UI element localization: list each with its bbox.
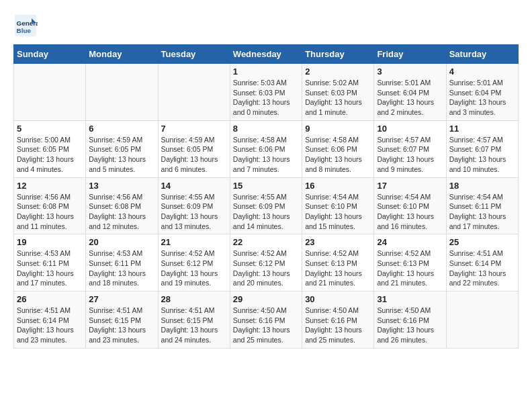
- calendar-cell: 18Sunrise: 4:54 AMSunset: 6:11 PMDayligh…: [446, 177, 518, 234]
- calendar-cell: 10Sunrise: 4:57 AMSunset: 6:07 PMDayligh…: [374, 120, 446, 177]
- day-info: Sunrise: 5:00 AMSunset: 6:05 PMDaylight:…: [17, 135, 83, 175]
- calendar-cell: 30Sunrise: 4:50 AMSunset: 6:16 PMDayligh…: [302, 291, 374, 349]
- day-info: Sunrise: 4:54 AMSunset: 6:11 PMDaylight:…: [449, 192, 515, 232]
- header-saturday: Saturday: [446, 45, 518, 64]
- day-number: 4: [449, 66, 515, 77]
- day-number: 19: [17, 237, 83, 247]
- day-number: 24: [377, 237, 443, 247]
- calendar-cell: 1Sunrise: 5:03 AMSunset: 6:03 PMDaylight…: [230, 64, 302, 121]
- day-number: 30: [305, 294, 371, 304]
- day-info: Sunrise: 4:55 AMSunset: 6:09 PMDaylight:…: [161, 192, 227, 232]
- calendar-cell: 3Sunrise: 5:01 AMSunset: 6:04 PMDaylight…: [374, 64, 446, 121]
- calendar-cell: 21Sunrise: 4:52 AMSunset: 6:12 PMDayligh…: [158, 234, 230, 291]
- day-info: Sunrise: 4:50 AMSunset: 6:16 PMDaylight:…: [305, 306, 371, 345]
- day-info: Sunrise: 4:54 AMSunset: 6:10 PMDaylight:…: [377, 192, 443, 232]
- day-info: Sunrise: 4:57 AMSunset: 6:07 PMDaylight:…: [449, 135, 515, 175]
- logo: General Blue: [13, 13, 40, 38]
- calendar-cell: 8Sunrise: 4:58 AMSunset: 6:06 PMDaylight…: [230, 120, 302, 177]
- calendar-cell: [446, 291, 518, 349]
- calendar-cell: 6Sunrise: 4:59 AMSunset: 6:05 PMDaylight…: [86, 120, 158, 177]
- day-number: 27: [89, 294, 154, 304]
- day-number: 28: [161, 294, 227, 304]
- calendar-cell: 28Sunrise: 4:51 AMSunset: 6:15 PMDayligh…: [158, 291, 230, 349]
- day-number: 23: [305, 237, 371, 247]
- calendar-cell: 7Sunrise: 4:59 AMSunset: 6:05 PMDaylight…: [158, 120, 230, 177]
- day-number: 1: [233, 66, 299, 77]
- day-number: 10: [377, 124, 443, 134]
- calendar-cell: 14Sunrise: 4:55 AMSunset: 6:09 PMDayligh…: [158, 177, 230, 234]
- calendar-cell: 12Sunrise: 4:56 AMSunset: 6:08 PMDayligh…: [14, 177, 86, 234]
- calendar-cell: 15Sunrise: 4:55 AMSunset: 6:09 PMDayligh…: [230, 177, 302, 234]
- day-number: 22: [233, 237, 299, 247]
- header-thursday: Thursday: [302, 45, 374, 64]
- day-number: 29: [233, 294, 299, 304]
- calendar-week-row: 5Sunrise: 5:00 AMSunset: 6:05 PMDaylight…: [14, 120, 519, 177]
- day-number: 14: [161, 181, 227, 191]
- day-info: Sunrise: 4:53 AMSunset: 6:11 PMDaylight:…: [17, 248, 83, 288]
- day-number: 6: [89, 124, 154, 134]
- header-monday: Monday: [86, 45, 158, 64]
- calendar-cell: [158, 64, 230, 121]
- calendar-cell: 23Sunrise: 4:52 AMSunset: 6:13 PMDayligh…: [302, 234, 374, 291]
- calendar-cell: [14, 64, 86, 121]
- day-info: Sunrise: 4:52 AMSunset: 6:13 PMDaylight:…: [305, 248, 371, 288]
- day-info: Sunrise: 4:52 AMSunset: 6:12 PMDaylight:…: [161, 248, 227, 288]
- day-info: Sunrise: 4:58 AMSunset: 6:06 PMDaylight:…: [305, 135, 371, 175]
- day-info: Sunrise: 4:50 AMSunset: 6:16 PMDaylight:…: [377, 306, 443, 345]
- day-info: Sunrise: 4:56 AMSunset: 6:08 PMDaylight:…: [17, 192, 83, 232]
- day-info: Sunrise: 5:02 AMSunset: 6:03 PMDaylight:…: [305, 78, 371, 118]
- day-number: 12: [17, 181, 83, 191]
- calendar-cell: 26Sunrise: 4:51 AMSunset: 6:14 PMDayligh…: [14, 291, 86, 349]
- day-info: Sunrise: 4:59 AMSunset: 6:05 PMDaylight:…: [89, 135, 154, 175]
- day-number: 26: [17, 294, 83, 304]
- svg-text:General: General: [17, 19, 38, 27]
- day-number: 3: [377, 66, 443, 77]
- day-number: 17: [377, 181, 443, 191]
- svg-text:Blue: Blue: [17, 27, 32, 34]
- day-info: Sunrise: 4:55 AMSunset: 6:09 PMDaylight:…: [233, 192, 299, 232]
- calendar-cell: 2Sunrise: 5:02 AMSunset: 6:03 PMDaylight…: [302, 64, 374, 121]
- day-number: 11: [449, 124, 515, 134]
- header-friday: Friday: [374, 45, 446, 64]
- day-number: 31: [377, 294, 443, 304]
- day-number: 20: [89, 237, 154, 247]
- calendar-cell: 27Sunrise: 4:51 AMSunset: 6:15 PMDayligh…: [86, 291, 158, 349]
- day-number: 15: [233, 181, 299, 191]
- calendar-cell: 24Sunrise: 4:52 AMSunset: 6:13 PMDayligh…: [374, 234, 446, 291]
- calendar-cell: 22Sunrise: 4:52 AMSunset: 6:12 PMDayligh…: [230, 234, 302, 291]
- header-sunday: Sunday: [14, 45, 86, 64]
- calendar-week-row: 12Sunrise: 4:56 AMSunset: 6:08 PMDayligh…: [14, 177, 519, 234]
- day-info: Sunrise: 5:01 AMSunset: 6:04 PMDaylight:…: [377, 78, 443, 118]
- day-info: Sunrise: 4:57 AMSunset: 6:07 PMDaylight:…: [377, 135, 443, 175]
- day-info: Sunrise: 5:01 AMSunset: 6:04 PMDaylight:…: [449, 78, 515, 118]
- calendar-cell: 17Sunrise: 4:54 AMSunset: 6:10 PMDayligh…: [374, 177, 446, 234]
- day-info: Sunrise: 4:53 AMSunset: 6:11 PMDaylight:…: [89, 248, 154, 288]
- header-tuesday: Tuesday: [158, 45, 230, 64]
- calendar-cell: [86, 64, 158, 121]
- day-number: 18: [449, 181, 515, 191]
- page-header: General Blue: [13, 13, 519, 38]
- calendar-cell: 16Sunrise: 4:54 AMSunset: 6:10 PMDayligh…: [302, 177, 374, 234]
- day-number: 8: [233, 124, 299, 134]
- calendar-cell: 31Sunrise: 4:50 AMSunset: 6:16 PMDayligh…: [374, 291, 446, 349]
- calendar-cell: 19Sunrise: 4:53 AMSunset: 6:11 PMDayligh…: [14, 234, 86, 291]
- day-info: Sunrise: 4:52 AMSunset: 6:12 PMDaylight:…: [233, 248, 299, 288]
- day-number: 7: [161, 124, 227, 134]
- day-number: 21: [161, 237, 227, 247]
- day-info: Sunrise: 5:03 AMSunset: 6:03 PMDaylight:…: [233, 78, 299, 118]
- calendar-cell: 20Sunrise: 4:53 AMSunset: 6:11 PMDayligh…: [86, 234, 158, 291]
- calendar-cell: 29Sunrise: 4:50 AMSunset: 6:16 PMDayligh…: [230, 291, 302, 349]
- calendar-cell: 5Sunrise: 5:00 AMSunset: 6:05 PMDaylight…: [14, 120, 86, 177]
- calendar-week-row: 26Sunrise: 4:51 AMSunset: 6:14 PMDayligh…: [14, 291, 519, 349]
- calendar-table: SundayMondayTuesdayWednesdayThursdayFrid…: [13, 44, 519, 349]
- day-info: Sunrise: 4:51 AMSunset: 6:14 PMDaylight:…: [17, 306, 83, 345]
- calendar-cell: 25Sunrise: 4:51 AMSunset: 6:14 PMDayligh…: [446, 234, 518, 291]
- day-info: Sunrise: 4:50 AMSunset: 6:16 PMDaylight:…: [233, 306, 299, 345]
- day-info: Sunrise: 4:59 AMSunset: 6:05 PMDaylight:…: [161, 135, 227, 175]
- calendar-week-row: 19Sunrise: 4:53 AMSunset: 6:11 PMDayligh…: [14, 234, 519, 291]
- day-number: 16: [305, 181, 371, 191]
- calendar-cell: 9Sunrise: 4:58 AMSunset: 6:06 PMDaylight…: [302, 120, 374, 177]
- day-info: Sunrise: 4:51 AMSunset: 6:14 PMDaylight:…: [449, 248, 515, 288]
- day-info: Sunrise: 4:56 AMSunset: 6:08 PMDaylight:…: [89, 192, 154, 232]
- day-info: Sunrise: 4:52 AMSunset: 6:13 PMDaylight:…: [377, 248, 443, 288]
